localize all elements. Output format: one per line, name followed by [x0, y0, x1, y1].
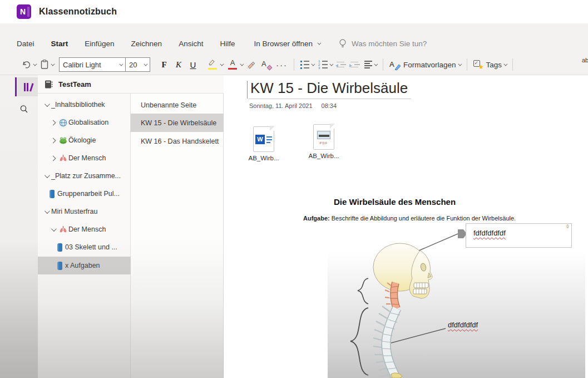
tree-item-miri-musterfrau[interactable]: Miri Musterfrau [38, 203, 131, 220]
bullet-list-icon [300, 61, 309, 69]
bold-label: F [161, 60, 166, 70]
annotation-textbox[interactable]: ⟨⟩ fdfdfdfdfdf [466, 223, 572, 248]
page-item-kw16[interactable]: KW 16 - Das Handskelett [131, 132, 224, 150]
titlebar: N Klassennotizbuch [0, 0, 588, 23]
attachment-word-file[interactable]: W AB_Wirb... [244, 126, 284, 161]
tags-button[interactable]: ✓ ★ Tags [471, 56, 509, 73]
tree-item-label: Globalisation [68, 119, 108, 126]
styles-icon: A [389, 60, 399, 69]
highlight-color-button[interactable] [205, 56, 225, 73]
spine-annotation-label[interactable]: dfdfdfdfdf [448, 321, 478, 329]
numbered-list-button[interactable]: 1 2 3 [316, 56, 334, 73]
chevron-down-icon [119, 62, 123, 66]
menu-zeichnen[interactable]: Zeichnen [131, 40, 162, 48]
font-name-select[interactable]: Calibri Light [59, 57, 126, 72]
textbox-text[interactable]: fdfdfdfdfdf [473, 229, 506, 237]
clipped-ribbon-tool[interactable]: ab [582, 57, 588, 71]
chevron-down-icon [317, 41, 321, 45]
font-name-value: Calibri Light [63, 61, 119, 69]
chevron-down-icon [503, 62, 507, 66]
menu-ansicht[interactable]: Ansicht [179, 40, 203, 48]
styles-button[interactable]: A Formatvorlagen [387, 56, 463, 73]
text-caret [247, 81, 248, 99]
bullet-list-button[interactable] [298, 56, 316, 73]
tree-item-inhaltsbibliothek[interactable]: _Inhaltsbibliothek [38, 96, 131, 114]
more-formatting-button[interactable]: ··· [274, 56, 290, 73]
clipboard-icon [40, 60, 49, 70]
font-size-value: 20 [129, 61, 144, 69]
font-size-select[interactable]: 20 [126, 57, 150, 72]
worksheet-task: Aufgabe: Beschrifte die Abbildung und er… [303, 215, 516, 222]
page-datetime: Sonntag, 11. April 202108:34 [249, 102, 337, 109]
task-label: Aufgabe: [303, 215, 330, 222]
search-button[interactable] [17, 102, 31, 116]
notebook-icon [45, 80, 53, 89]
onenote-app-icon: N [17, 4, 31, 19]
outdent-icon [337, 62, 346, 68]
task-text: Beschrifte die Abbildung und erläutere d… [330, 215, 516, 222]
page-title[interactable]: KW 15 - Die Wirbelsäule [248, 80, 411, 99]
textbox-handle-icon[interactable]: ⟨⟩ [566, 224, 569, 229]
tree-item-label: Miri Musterfrau [51, 208, 97, 215]
chevron-right-icon[interactable] [50, 120, 56, 125]
worksheet-printout: Die Wirbelsäule des Menschen Aufgabe: Be… [299, 195, 585, 378]
open-in-browser-button[interactable]: In Browser öffnen [254, 40, 320, 48]
attachment-pdf-file[interactable]: PDF AB_Wirb... [304, 124, 344, 159]
indent-button[interactable] [348, 56, 362, 73]
chevron-right-icon[interactable] [50, 138, 56, 143]
tags-icon: ✓ ★ [473, 60, 483, 69]
chevron-down-icon [51, 62, 55, 66]
paste-button[interactable] [38, 56, 56, 73]
tree-item-globalisation[interactable]: Globalisation [38, 114, 131, 131]
page-item-kw15[interactable]: KW 15 - Die Wirbelsäule [131, 114, 224, 132]
tree-item-x-aufgaben[interactable]: x Aufgaben [38, 257, 131, 274]
menu-einfuegen[interactable]: Einfügen [85, 40, 114, 48]
globe-icon [58, 119, 68, 127]
tree-item-label: 03 Skelett und ... [65, 243, 117, 251]
undo-button[interactable] [19, 56, 38, 73]
tree-item-label: Der Mensch [68, 225, 106, 233]
italic-button[interactable]: K [171, 56, 186, 73]
tree-item-label: _Platz zur Zusamme... [51, 172, 121, 180]
chevron-down-icon[interactable] [44, 101, 50, 107]
align-button[interactable] [362, 56, 379, 73]
pdf-file-icon: PDF [313, 124, 334, 150]
tags-label: Tags [486, 61, 502, 69]
font-color-button[interactable]: A [225, 56, 245, 73]
tree-item-der-mensch-miri[interactable]: Der Mensch [38, 220, 131, 238]
chevron-down-icon [374, 62, 378, 66]
format-painter-icon [247, 60, 257, 70]
menu-hilfe[interactable]: Hilfe [220, 40, 235, 48]
tree-item-oekologie[interactable]: Ökologie [38, 131, 131, 149]
page-item-label: KW 16 - Das Handskelett [141, 138, 219, 145]
format-painter-button[interactable] [245, 56, 259, 73]
tree-item-03-skelett[interactable]: 03 Skelett und ... [38, 238, 131, 256]
page-canvas[interactable]: KW 15 - Die Wirbelsäule Sonntag, 11. Apr… [224, 75, 588, 378]
page-item-unbenannte-seite[interactable]: Unbenannte Seite [131, 96, 224, 114]
bold-button[interactable]: F [157, 56, 171, 73]
section-icon [55, 243, 65, 252]
notebook-header[interactable]: TestTeam [38, 75, 224, 94]
clear-formatting-button[interactable]: A [259, 56, 274, 73]
outdent-button[interactable] [334, 56, 348, 73]
menu-start[interactable]: Start [51, 40, 68, 48]
italic-label: K [176, 60, 181, 70]
tree-item-gruppenarbeit[interactable]: Gruppenarbeit Pul... [38, 185, 131, 203]
tree-item-platz-zur-zusammenarbeit[interactable]: _Platz zur Zusamme... [38, 167, 131, 185]
section-tree: _Inhaltsbibliothek Globalisation Ökologi… [38, 94, 131, 378]
chevron-down-icon[interactable] [44, 173, 50, 178]
menu-bar: Datei Start Einfügen Zeichnen Ansicht Hi… [0, 33, 588, 53]
tellme-search[interactable]: Was möchten Sie tun? [339, 38, 427, 48]
chevron-right-icon[interactable] [50, 155, 56, 161]
chevron-down-icon [329, 62, 333, 66]
section-icon [47, 190, 57, 198]
menu-datei[interactable]: Datei [17, 40, 34, 48]
underline-button[interactable]: U [186, 56, 200, 73]
tree-item-der-mensch[interactable]: Der Mensch [38, 149, 131, 167]
chevron-down-icon[interactable] [44, 208, 50, 214]
notebook-library-button[interactable] [15, 77, 38, 96]
undo-icon [21, 60, 31, 69]
search-icon [19, 104, 29, 114]
tellme-placeholder: Was möchten Sie tun? [352, 40, 427, 48]
chevron-down-icon[interactable] [51, 226, 56, 232]
